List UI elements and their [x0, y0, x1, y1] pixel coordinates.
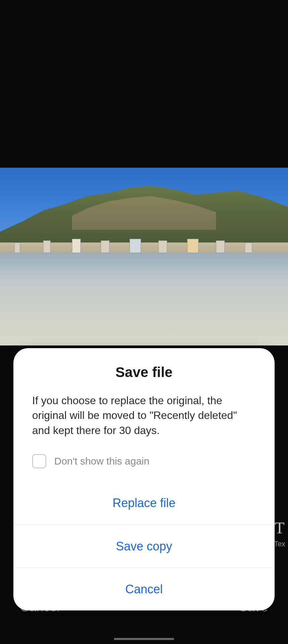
- dialog-body-text: If you choose to replace the original, t…: [13, 393, 275, 438]
- home-indicator[interactable]: [114, 638, 174, 640]
- dont-show-again-row[interactable]: Don't show this again: [13, 454, 275, 468]
- dialog-title: Save file: [13, 364, 275, 380]
- cancel-button[interactable]: Cancel: [13, 568, 275, 610]
- dont-show-again-label: Don't show this again: [54, 455, 149, 467]
- replace-file-button[interactable]: Replace file: [13, 482, 275, 525]
- save-copy-button[interactable]: Save copy: [13, 525, 275, 568]
- save-file-dialog: Save file If you choose to replace the o…: [13, 348, 275, 610]
- dialog-overlay: Save file If you choose to replace the o…: [0, 0, 288, 644]
- dont-show-again-checkbox[interactable]: [32, 454, 46, 468]
